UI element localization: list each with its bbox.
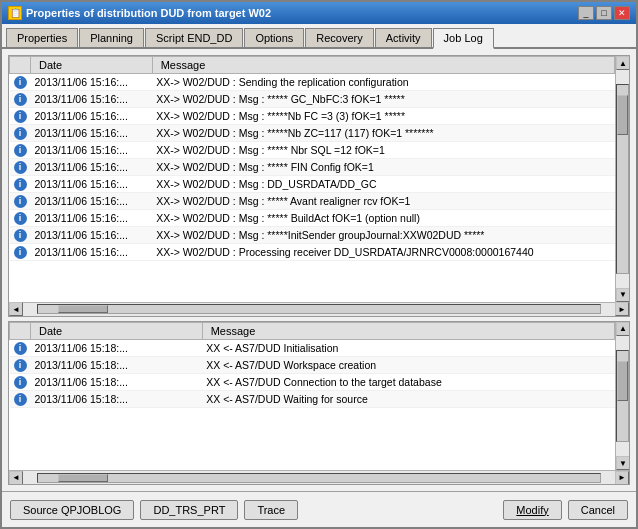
- row-date: 2013/11/06 15:16:...: [31, 244, 153, 261]
- row-date: 2013/11/06 15:18:...: [31, 339, 203, 356]
- source-button[interactable]: Source QPJOBLOG: [10, 500, 134, 520]
- dd-trs-button[interactable]: DD_TRS_PRT: [140, 500, 238, 520]
- row-date: 2013/11/06 15:16:...: [31, 142, 153, 159]
- upper-vscroll[interactable]: ▲ ▼: [615, 56, 629, 302]
- row-message: XX <- AS7/DUD Initialisation: [202, 339, 614, 356]
- row-message: XX-> W02/DUD : Msg : ***** Avant realign…: [152, 193, 614, 210]
- lower-vscroll[interactable]: ▲ ▼: [615, 322, 629, 470]
- minimize-button[interactable]: _: [578, 6, 594, 20]
- table-row[interactable]: i 2013/11/06 15:16:... XX-> W02/DUD : Ms…: [10, 142, 615, 159]
- row-message: XX-> W02/DUD : Msg : DD_USRDATA/DD_GC: [152, 176, 614, 193]
- upper-table-body: i 2013/11/06 15:16:... XX-> W02/DUD : Se…: [10, 74, 615, 261]
- window-icon: 📋: [8, 6, 22, 20]
- bottom-bar: Source QPJOBLOG DD_TRS_PRT Trace Modify …: [2, 491, 636, 527]
- lower-hscroll-track[interactable]: [37, 473, 601, 483]
- row-date: 2013/11/06 15:16:...: [31, 74, 153, 91]
- lower-hscroll-left[interactable]: ◄: [9, 471, 23, 485]
- tab-properties[interactable]: Properties: [6, 28, 78, 47]
- lower-table-header: Date Message: [10, 322, 615, 339]
- tab-planning[interactable]: Planning: [79, 28, 144, 47]
- row-date: 2013/11/06 15:18:...: [31, 356, 203, 373]
- table-row[interactable]: i 2013/11/06 15:16:... XX-> W02/DUD : Ms…: [10, 176, 615, 193]
- upper-col-icon: [10, 57, 31, 74]
- tab-recovery[interactable]: Recovery: [305, 28, 373, 47]
- row-icon: i: [10, 91, 31, 108]
- table-row[interactable]: i 2013/11/06 15:16:... XX-> W02/DUD : Ms…: [10, 159, 615, 176]
- table-row[interactable]: i 2013/11/06 15:16:... XX-> W02/DUD : Ms…: [10, 193, 615, 210]
- row-date: 2013/11/06 15:16:...: [31, 159, 153, 176]
- maximize-button[interactable]: □: [596, 6, 612, 20]
- lower-col-date: Date: [31, 322, 203, 339]
- row-date: 2013/11/06 15:16:...: [31, 193, 153, 210]
- row-icon: i: [10, 74, 31, 91]
- modify-button[interactable]: Modify: [503, 500, 561, 520]
- content-area: Date Message i 2013/11/06 15:16:... XX->…: [2, 49, 636, 491]
- trace-button[interactable]: Trace: [244, 500, 298, 520]
- table-row[interactable]: i 2013/11/06 15:18:... XX <- AS7/DUD Con…: [10, 373, 615, 390]
- row-icon: i: [10, 176, 31, 193]
- row-message: XX-> W02/DUD : Sending the replication c…: [152, 74, 614, 91]
- lower-col-message: Message: [202, 322, 614, 339]
- lower-vscroll-down[interactable]: ▼: [616, 456, 629, 470]
- lower-panel-scroll-area: Date Message i 2013/11/06 15:18:... XX <…: [9, 322, 629, 470]
- lower-hscroll-right[interactable]: ►: [615, 471, 629, 485]
- upper-hscroll-right[interactable]: ►: [615, 302, 629, 316]
- row-icon: i: [10, 356, 31, 373]
- lower-log-table: Date Message i 2013/11/06 15:18:... XX <…: [9, 322, 615, 408]
- row-icon: i: [10, 244, 31, 261]
- table-row[interactable]: i 2013/11/06 15:16:... XX-> W02/DUD : Ms…: [10, 108, 615, 125]
- title-bar-left: 📋 Properties of distribution DUD from ta…: [8, 6, 271, 20]
- lower-hscroll[interactable]: ◄ ►: [9, 470, 629, 484]
- table-row[interactable]: i 2013/11/06 15:18:... XX <- AS7/DUD Wor…: [10, 356, 615, 373]
- row-icon: i: [10, 210, 31, 227]
- table-row[interactable]: i 2013/11/06 15:16:... XX-> W02/DUD : Ms…: [10, 210, 615, 227]
- row-message: XX-> W02/DUD : Msg : ***** GC_NbFC:3 fOK…: [152, 91, 614, 108]
- table-row[interactable]: i 2013/11/06 15:18:... XX <- AS7/DUD Ini…: [10, 339, 615, 356]
- upper-hscroll-left[interactable]: ◄: [9, 302, 23, 316]
- tab-job-log[interactable]: Job Log: [433, 28, 494, 49]
- upper-hscroll[interactable]: ◄ ►: [9, 302, 629, 316]
- row-date: 2013/11/06 15:16:...: [31, 227, 153, 244]
- lower-vscroll-track[interactable]: [616, 350, 629, 442]
- row-message: XX-> W02/DUD : Processing receiver DD_US…: [152, 244, 614, 261]
- upper-hscroll-track[interactable]: [37, 304, 601, 314]
- table-row[interactable]: i 2013/11/06 15:16:... XX-> W02/DUD : Ms…: [10, 91, 615, 108]
- table-row[interactable]: i 2013/11/06 15:16:... XX-> W02/DUD : Pr…: [10, 244, 615, 261]
- table-row[interactable]: i 2013/11/06 15:16:... XX-> W02/DUD : Se…: [10, 74, 615, 91]
- row-message: XX-> W02/DUD : Msg : ***** Nbr SQL =12 f…: [152, 142, 614, 159]
- upper-vscroll-down[interactable]: ▼: [616, 288, 629, 302]
- upper-vscroll-track[interactable]: [616, 84, 629, 274]
- lower-col-icon: [10, 322, 31, 339]
- table-row[interactable]: i 2013/11/06 15:16:... XX-> W02/DUD : Ms…: [10, 125, 615, 142]
- lower-table-area[interactable]: Date Message i 2013/11/06 15:18:... XX <…: [9, 322, 615, 470]
- row-icon: i: [10, 159, 31, 176]
- row-icon: i: [10, 339, 31, 356]
- upper-table-area[interactable]: Date Message i 2013/11/06 15:16:... XX->…: [9, 56, 615, 302]
- tab-options[interactable]: Options: [244, 28, 304, 47]
- upper-table-header: Date Message: [10, 57, 615, 74]
- lower-vscroll-up[interactable]: ▲: [616, 322, 629, 336]
- tab-activity[interactable]: Activity: [375, 28, 432, 47]
- lower-log-panel: Date Message i 2013/11/06 15:18:... XX <…: [8, 321, 630, 485]
- upper-vscroll-up[interactable]: ▲: [616, 56, 629, 70]
- table-row[interactable]: i 2013/11/06 15:18:... XX <- AS7/DUD Wai…: [10, 390, 615, 407]
- upper-log-table: Date Message i 2013/11/06 15:16:... XX->…: [9, 56, 615, 261]
- upper-col-date: Date: [31, 57, 153, 74]
- row-date: 2013/11/06 15:18:...: [31, 373, 203, 390]
- row-date: 2013/11/06 15:16:...: [31, 91, 153, 108]
- tab-script-end-dd[interactable]: Script END_DD: [145, 28, 243, 47]
- lower-hscroll-thumb[interactable]: [58, 474, 108, 482]
- row-message: XX-> W02/DUD : Msg : ***** BuildAct fOK=…: [152, 210, 614, 227]
- close-button[interactable]: ✕: [614, 6, 630, 20]
- row-icon: i: [10, 108, 31, 125]
- upper-vscroll-thumb[interactable]: [617, 95, 628, 135]
- two-panels: Date Message i 2013/11/06 15:16:... XX->…: [8, 55, 630, 485]
- title-controls: _ □ ✕: [578, 6, 630, 20]
- table-row[interactable]: i 2013/11/06 15:16:... XX-> W02/DUD : Ms…: [10, 227, 615, 244]
- row-icon: i: [10, 373, 31, 390]
- cancel-button[interactable]: Cancel: [568, 500, 628, 520]
- upper-panel-scroll-area: Date Message i 2013/11/06 15:16:... XX->…: [9, 56, 629, 302]
- upper-hscroll-thumb[interactable]: [58, 305, 108, 313]
- lower-vscroll-thumb[interactable]: [617, 361, 628, 401]
- title-bar: 📋 Properties of distribution DUD from ta…: [2, 2, 636, 24]
